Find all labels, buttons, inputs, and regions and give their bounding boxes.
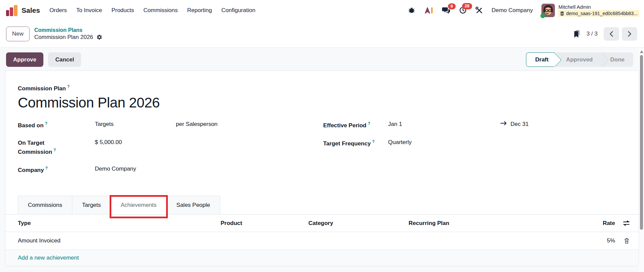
page: Sales Orders To Invoice Products Commiss… — [0, 0, 644, 272]
approve-button[interactable]: Approve — [6, 52, 43, 67]
status-step-draft[interactable]: Draft — [526, 52, 555, 67]
company-value[interactable]: Demo Company — [95, 166, 136, 172]
on-target-commission-value[interactable]: $ 5,000.00 — [95, 139, 122, 146]
pager-previous-button[interactable] — [604, 27, 619, 41]
messages-badge: 9 — [448, 3, 456, 10]
target-frequency-value[interactable]: Quarterly — [388, 139, 412, 146]
add-achievement-link[interactable]: Add a new achievement — [18, 255, 79, 261]
on-target-commission-label: On Target Commission? — [18, 139, 95, 156]
debug-bug-icon[interactable] — [408, 7, 415, 14]
column-header-category[interactable]: Category — [308, 220, 409, 227]
breadcrumb-bar: New Commission Plans Commission Plan 202… — [0, 20, 644, 48]
column-header-recurring-plan[interactable]: Recurring Plan — [409, 220, 597, 227]
based-on-value2[interactable]: per Salesperson — [176, 121, 218, 128]
nav-item-configuration[interactable]: Configuration — [221, 7, 255, 14]
status-step-approved[interactable]: Approved — [555, 52, 601, 67]
breadcrumb: Commission Plans Commission Plan 2026 — [34, 27, 103, 42]
based-on-label: Based on? — [18, 121, 95, 130]
field-on-target-commission: On Target Commission? $ 5,000.00 — [18, 139, 323, 156]
app-name: Sales — [22, 6, 40, 14]
activities-clock-icon[interactable]: 28 — [459, 6, 467, 14]
based-on-value[interactable]: Targets — [95, 121, 176, 128]
nav-item-products[interactable]: Products — [111, 7, 134, 14]
title-field-label: Commission Plan? — [18, 84, 626, 92]
status-step-done[interactable]: Done — [602, 52, 634, 67]
scrollbar[interactable] — [639, 48, 644, 272]
optional-columns-icon[interactable] — [623, 220, 630, 227]
table-row[interactable]: Amount Invoiced 5% — [5, 232, 639, 250]
app-menu-button[interactable]: Sales — [6, 5, 40, 16]
cancel-button[interactable]: Cancel — [48, 52, 81, 67]
field-company: Company? Demo Company — [18, 166, 323, 174]
help-marker[interactable]: ? — [53, 148, 56, 152]
help-marker[interactable]: ? — [368, 121, 370, 126]
pager-next-button[interactable] — [622, 27, 637, 41]
cell-type[interactable]: Amount Invoiced — [18, 237, 221, 244]
trash-icon[interactable] — [623, 237, 630, 244]
top-navbar: Sales Orders To Invoice Products Commiss… — [0, 0, 644, 20]
column-header-product[interactable]: Product — [221, 220, 308, 227]
scrollbar-thumb[interactable] — [640, 55, 643, 230]
pager-count: 3 / 3 — [586, 31, 598, 37]
gear-icon[interactable] — [96, 34, 103, 41]
chevron-left-icon — [609, 31, 614, 37]
nav-item-commissions[interactable]: Commissions — [144, 7, 178, 14]
company-switcher[interactable]: Demo Company — [492, 7, 533, 14]
effective-period-start[interactable]: Jan 1 — [388, 121, 500, 128]
arrow-right-icon — [500, 121, 507, 126]
activities-badge: 28 — [462, 3, 472, 9]
content-area: Approve Cancel Draft Approved Done Commi… — [0, 48, 644, 272]
tab-sales-people[interactable]: Sales People — [166, 196, 220, 214]
breadcrumb-current: Commission Plan 2026 — [34, 34, 93, 41]
column-header-type[interactable]: Type — [18, 220, 221, 227]
tab-targets[interactable]: Targets — [72, 196, 111, 214]
field-effective-period: Effective Period? Jan 1 Dec 31 — [323, 121, 626, 130]
database-name: demo_saas-191_ed0c6854bb83... — [558, 10, 639, 17]
record-title[interactable]: Commission Plan 2026 — [18, 95, 626, 111]
user-menu[interactable]: Mitchell Admin demo_saas-191_ed0c6854bb8… — [541, 4, 639, 17]
table-header-row: Type Product Category Recurring Plan Rat… — [5, 215, 639, 232]
company-label: Company? — [18, 166, 95, 174]
fields-left-column: Based on? Targets per Salesperson On Tar… — [18, 121, 323, 184]
column-header-rate[interactable]: Rate — [597, 220, 615, 227]
new-button[interactable]: New — [6, 27, 30, 41]
nav-item-orders[interactable]: Orders — [49, 7, 67, 14]
effective-period-label: Effective Period? — [323, 121, 388, 130]
database-icon — [560, 11, 564, 16]
field-target-frequency: Target Frequency? Quarterly — [323, 139, 626, 148]
nav-item-to-invoice[interactable]: To Invoice — [76, 7, 102, 14]
online-status-dot — [540, 13, 545, 18]
tab-commissions[interactable]: Commissions — [18, 196, 72, 214]
form-sheet: Commission Plan? Commission Plan 2026 Ba… — [5, 71, 639, 265]
effective-period-end[interactable]: Dec 31 — [510, 121, 529, 128]
help-marker[interactable]: ? — [45, 121, 47, 126]
cell-rate[interactable]: 5% — [597, 237, 615, 244]
bookmark-icon[interactable] — [573, 30, 580, 38]
help-marker[interactable]: ? — [372, 139, 374, 144]
add-line-row: Add a new achievement — [5, 250, 639, 266]
action-buttons: Approve Cancel — [6, 52, 81, 67]
help-marker[interactable]: ? — [67, 84, 70, 89]
notebook-tabs: Commissions Targets Achievements Sales P… — [5, 196, 639, 215]
breadcrumb-parent-link[interactable]: Commission Plans — [34, 27, 103, 34]
tab-achievements[interactable]: Achievements — [111, 196, 167, 214]
sales-app-icon — [6, 5, 17, 16]
messages-icon[interactable]: 9 — [442, 7, 450, 14]
user-name: Mitchell Admin — [558, 4, 639, 10]
status-bar: Draft Approved Done — [526, 52, 633, 67]
help-marker[interactable]: ? — [45, 166, 47, 171]
ai-icon[interactable] — [424, 7, 433, 14]
achievements-table: Type Product Category Recurring Plan Rat… — [5, 215, 639, 266]
nav-item-reporting[interactable]: Reporting — [187, 7, 212, 14]
control-panel: Approve Cancel Draft Approved Done — [0, 48, 644, 67]
chevron-right-icon — [627, 31, 632, 37]
field-based-on: Based on? Targets per Salesperson — [18, 121, 323, 130]
target-frequency-label: Target Frequency? — [323, 139, 388, 148]
scrollbar-up-arrow[interactable] — [640, 50, 643, 53]
developer-tools-icon[interactable] — [476, 7, 483, 14]
fields-right-column: Effective Period? Jan 1 Dec 31 Target Fr… — [323, 121, 626, 184]
